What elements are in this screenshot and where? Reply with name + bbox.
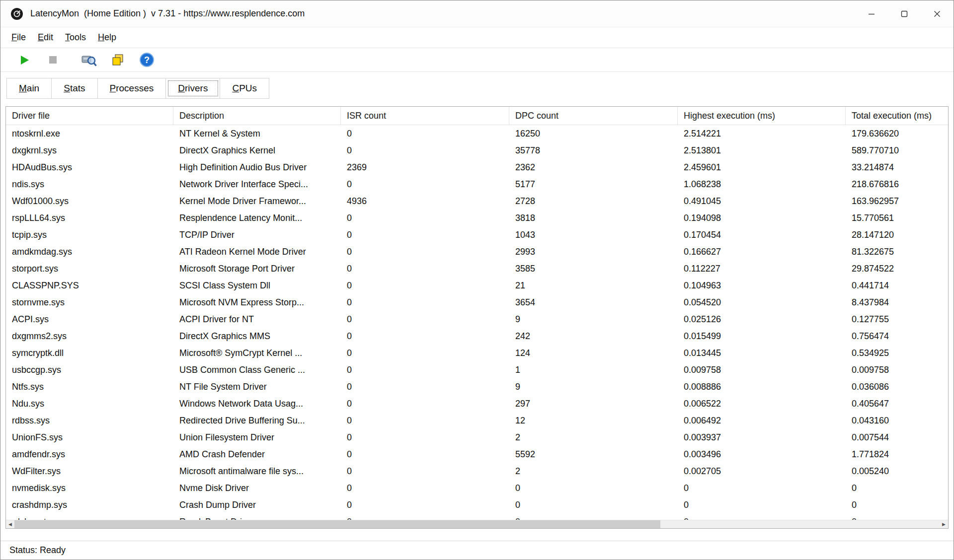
cell-highest-execution: 0.013445	[678, 348, 846, 358]
cell-isr-count: 0	[341, 432, 509, 443]
table-row[interactable]: dxgmms2.sys DirectX Graphics MMS 0 242 0…	[6, 328, 949, 345]
table-row[interactable]: WdFilter.sys Microsoft antimalware file …	[6, 463, 949, 480]
cell-description: Microsoft Storage Port Driver	[173, 264, 341, 274]
column-header-dpc-count[interactable]: DPC count	[509, 107, 678, 125]
table-row[interactable]: amdfendr.sys AMD Crash Defender 0 5592 0…	[6, 446, 949, 463]
table-row[interactable]: crashdmp.sys Crash Dump Driver 0 0 0 0	[6, 496, 949, 513]
table-row[interactable]: ntoskrnl.exe NT Kernel & System 0 16250 …	[6, 125, 949, 142]
cell-dpc-count: 2993	[509, 247, 678, 257]
scroll-right-arrow-icon[interactable]: ▶	[940, 520, 948, 528]
table-row[interactable]: rspLLL64.sys Resplendence Latency Monit.…	[6, 210, 949, 226]
cell-highest-execution: 0.003496	[678, 449, 846, 460]
scroll-left-arrow-icon[interactable]: ◀	[6, 520, 14, 528]
cell-driver-file: amdkmdag.sys	[6, 247, 173, 257]
cell-description: AMD Crash Defender	[173, 449, 341, 460]
table-row[interactable]: ndis.sys Network Driver Interface Speci.…	[6, 176, 949, 193]
cell-total-execution: 81.322675	[846, 247, 949, 257]
cell-driver-file: dxgkrnl.sys	[6, 145, 173, 156]
maximize-button[interactable]	[888, 0, 921, 27]
table-row[interactable]: stornvme.sys Microsoft NVM Express Storp…	[6, 294, 949, 311]
table-row[interactable]: Wdf01000.sys Kernel Mode Driver Framewor…	[6, 193, 949, 210]
title-bar[interactable]: LatencyMon (Home Edition ) v 7.31 - http…	[0, 0, 954, 27]
table-row[interactable]: tcpip.sys TCP/IP Driver 0 1043 0.170454 …	[6, 226, 949, 243]
start-monitoring-button[interactable]	[13, 50, 35, 70]
table-row[interactable]: amdkmdag.sys ATI Radeon Kernel Mode Driv…	[6, 243, 949, 260]
minimize-button[interactable]	[855, 0, 888, 27]
table-row[interactable]: rdbss.sys Redirected Drive Buffering Su.…	[6, 412, 949, 429]
cell-total-execution: 218.676816	[846, 179, 949, 190]
cell-description: Nvme Disk Driver	[173, 483, 341, 493]
cell-dpc-count: 0	[509, 500, 678, 510]
cell-description: Resplendence Latency Monit...	[173, 213, 341, 223]
scrollbar-track[interactable]	[660, 520, 940, 528]
column-header-total-execution[interactable]: Total execution (ms)	[846, 107, 949, 125]
cell-isr-count: 0	[341, 129, 509, 139]
cell-dpc-count: 0	[509, 483, 678, 493]
table-row[interactable]: usbccgp.sys USB Common Class Generic ...…	[6, 361, 949, 378]
table-row[interactable]: nvmedisk.sys Nvme Disk Driver 0 0 0 0	[6, 480, 949, 496]
column-header-isr-count[interactable]: ISR count	[341, 107, 509, 125]
table-row[interactable]: dxgkrnl.sys DirectX Graphics Kernel 0 35…	[6, 142, 949, 159]
help-button[interactable]: ?	[136, 50, 158, 70]
cell-highest-execution: 0.170454	[678, 230, 846, 240]
cell-dpc-count: 21	[509, 280, 678, 291]
cell-dpc-count: 9	[509, 314, 678, 325]
cell-driver-file: tcpip.sys	[6, 230, 173, 240]
cell-description: Redirected Drive Buffering Su...	[173, 416, 341, 426]
cell-isr-count: 0	[341, 416, 509, 426]
table-row[interactable]: storport.sys Microsoft Storage Port Driv…	[6, 260, 949, 277]
tab-drivers[interactable]: Drivers	[166, 78, 220, 98]
table-row[interactable]: ACPI.sys ACPI Driver for NT 0 9 0.025126…	[6, 311, 949, 328]
close-icon	[934, 10, 941, 17]
horizontal-scrollbar[interactable]: ◀ ▶	[6, 520, 948, 528]
cell-dpc-count: 2728	[509, 196, 678, 207]
column-header-driver-file[interactable]: Driver file	[6, 107, 173, 125]
drivers-table: Driver file Description ISR count DPC co…	[5, 106, 949, 529]
menu-tools[interactable]: Tools	[59, 30, 92, 45]
tab-cpus[interactable]: CPUs	[220, 78, 269, 98]
table-row[interactable]: UnionFS.sys Union Filesystem Driver 0 2 …	[6, 429, 949, 446]
column-header-description[interactable]: Description	[173, 107, 341, 125]
cell-total-execution: 0.007544	[846, 432, 949, 443]
cell-driver-file: HDAudBus.sys	[6, 162, 173, 173]
menu-bar: File Edit Tools Help	[0, 27, 954, 48]
table-row[interactable]: CLASSPNP.SYS SCSI Class System Dll 0 21 …	[6, 277, 949, 294]
help-icon: ?	[139, 52, 155, 68]
cell-total-execution: 33.214874	[846, 162, 949, 173]
table-row[interactable]: Ntfs.sys NT File System Driver 0 9 0.008…	[6, 378, 949, 395]
tab-stats[interactable]: Stats	[52, 78, 97, 98]
table-row[interactable]: Ndu.sys Windows Network Data Usag... 0 2…	[6, 395, 949, 412]
column-header-highest-execution[interactable]: Highest execution (ms)	[678, 107, 846, 125]
cell-dpc-count: 3654	[509, 297, 678, 308]
copy-report-button[interactable]	[107, 50, 129, 70]
cell-driver-file: usbccgp.sys	[6, 365, 173, 375]
menu-help[interactable]: Help	[92, 30, 122, 45]
cell-driver-file: crashdmp.sys	[6, 500, 173, 510]
cell-dpc-count: 242	[509, 331, 678, 342]
cell-driver-file: CLASSPNP.SYS	[6, 280, 173, 291]
tab-main[interactable]: Main	[7, 78, 52, 98]
cell-highest-execution: 0.166627	[678, 247, 846, 257]
table-row[interactable]: HDAudBus.sys High Definition Audio Bus D…	[6, 159, 949, 176]
cell-highest-execution: 2.459601	[678, 162, 846, 173]
toolbar: ?	[0, 48, 954, 72]
cell-highest-execution: 0.008886	[678, 382, 846, 392]
system-analysis-button[interactable]	[78, 50, 100, 70]
menu-file[interactable]: File	[5, 30, 32, 45]
cell-driver-file: ntoskrnl.exe	[6, 129, 173, 139]
tab-processes[interactable]: Processes	[98, 78, 166, 98]
cell-driver-file: amdfendr.sys	[6, 449, 173, 460]
cell-isr-count: 0	[341, 280, 509, 291]
stop-monitoring-button[interactable]	[42, 50, 64, 70]
play-icon	[18, 54, 30, 66]
table-row[interactable]: symcryptk.dll Microsoft® SymCrypt Kernel…	[6, 345, 949, 361]
cell-isr-count: 0	[341, 314, 509, 325]
copy-icon	[111, 53, 125, 67]
menu-edit[interactable]: Edit	[32, 30, 59, 45]
close-button[interactable]	[921, 0, 954, 27]
scrollbar-thumb[interactable]	[14, 520, 660, 528]
cell-driver-file: ACPI.sys	[6, 314, 173, 325]
cell-highest-execution: 1.068238	[678, 179, 846, 190]
table-row[interactable]: rdyboost.sys ReadyBoost Driver 0 0 0 0	[6, 513, 949, 520]
cell-dpc-count: 124	[509, 348, 678, 358]
